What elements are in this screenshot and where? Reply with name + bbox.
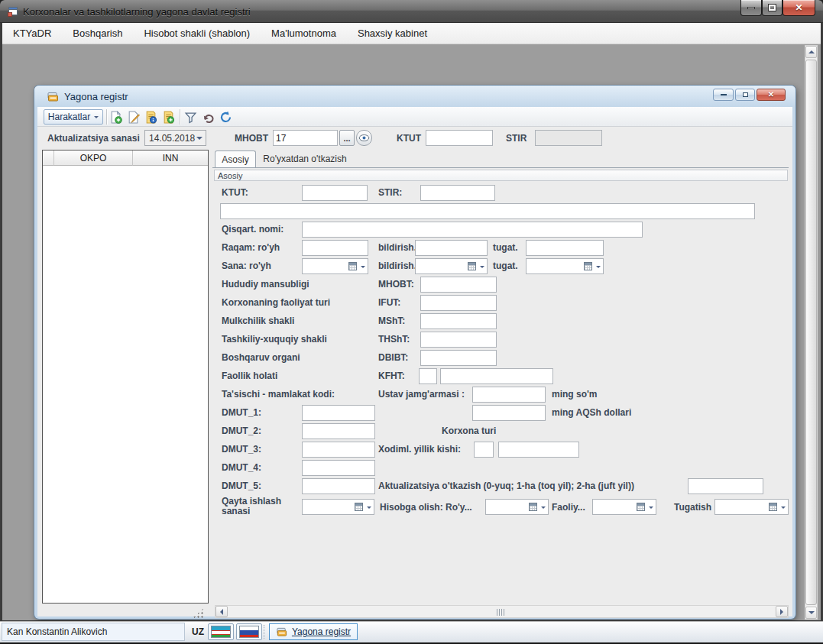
russian-language-button[interactable] bbox=[236, 623, 262, 640]
harakatlar-label: Harakatlar bbox=[48, 112, 90, 122]
mhobt-browse-button[interactable]: ... bbox=[339, 130, 355, 146]
raqam-tugat-input[interactable] bbox=[526, 240, 604, 256]
menu-malumotnoma[interactable]: Ma'lumotnoma bbox=[261, 23, 347, 44]
qayta-ishlash-datepicker[interactable] bbox=[302, 499, 374, 515]
faoliyat-turi-label: Korxonaning faoliyat turi bbox=[222, 297, 330, 308]
chevron-down-icon bbox=[94, 116, 99, 121]
restore-icon bbox=[743, 92, 748, 97]
tashkiliy-label: Tashkiliy-xuquqiy shakli bbox=[222, 334, 327, 345]
boshqaruv-label: Boshqaruv organi bbox=[222, 352, 300, 363]
new-record-button[interactable] bbox=[108, 109, 124, 125]
language-label: UZ bbox=[192, 626, 204, 637]
calendar-icon bbox=[529, 503, 537, 511]
ustav-label: Ustav jamg'armasi : bbox=[378, 389, 465, 400]
faoliy-datepicker[interactable] bbox=[592, 499, 656, 515]
close-button[interactable]: ✕ bbox=[782, 0, 815, 16]
minimize-icon bbox=[747, 7, 755, 9]
uzbek-language-button[interactable] bbox=[208, 623, 234, 640]
dmut2-label: DMUT_2: bbox=[222, 426, 261, 436]
aktualizatsiya-date-combo[interactable]: 14.05.2018 bbox=[144, 130, 206, 146]
ktut-input[interactable] bbox=[302, 185, 368, 201]
tugatish-label: Tugatish bbox=[674, 502, 711, 513]
child-window-title: Yagona registr bbox=[64, 91, 128, 102]
sana-bildirish-datepicker[interactable] bbox=[415, 258, 488, 274]
sana-royh-datepicker[interactable] bbox=[302, 258, 368, 274]
dmut3-label: DMUT_3: bbox=[222, 444, 261, 455]
sana-tugat-datepicker[interactable] bbox=[526, 258, 604, 274]
undo-button[interactable] bbox=[200, 109, 216, 125]
xodiml-value-input[interactable] bbox=[498, 442, 579, 458]
scroll-left-button[interactable] bbox=[215, 606, 228, 617]
raqam-royh-input[interactable] bbox=[302, 240, 368, 256]
tab-asosiy[interactable]: Asosiy bbox=[215, 150, 256, 167]
hisobga-olish-datepicker[interactable] bbox=[485, 499, 549, 515]
dmut1-input[interactable] bbox=[302, 405, 375, 421]
minimize-button[interactable] bbox=[740, 0, 762, 16]
ustav-som-input[interactable] bbox=[472, 387, 546, 403]
raqam-bildirish-label: bildirish. bbox=[378, 242, 416, 253]
tab-royxatdan-otkazish[interactable]: Ro'yxatdan o'tkazish bbox=[258, 150, 352, 167]
filter-button[interactable] bbox=[183, 109, 199, 125]
dmut4-input[interactable] bbox=[302, 460, 375, 476]
filter-icon bbox=[184, 111, 197, 124]
msht-input[interactable] bbox=[420, 313, 497, 329]
grid-header: OKPO INN bbox=[43, 150, 208, 166]
aktual-otkazish-input[interactable] bbox=[688, 478, 763, 494]
mhobt-header-input[interactable] bbox=[273, 130, 338, 146]
kfht-code-input[interactable] bbox=[419, 368, 437, 384]
form-horizontal-scrollbar[interactable] bbox=[215, 605, 789, 618]
mhobt-view-button[interactable] bbox=[356, 130, 372, 146]
column-header-inn[interactable]: INN bbox=[133, 150, 208, 166]
kfht-name-input[interactable] bbox=[440, 368, 553, 384]
qisqart-nomi-input[interactable] bbox=[302, 222, 643, 238]
close-icon: ✕ bbox=[768, 91, 774, 99]
tugatish-datepicker[interactable] bbox=[714, 499, 789, 515]
refresh-button[interactable] bbox=[218, 109, 234, 125]
dbibt-input[interactable] bbox=[420, 350, 497, 366]
child-close-button[interactable]: ✕ bbox=[757, 89, 786, 101]
arrow-right-icon bbox=[780, 609, 786, 615]
document-add-button[interactable] bbox=[160, 109, 177, 125]
menu-ktyadr[interactable]: KTYaDR bbox=[2, 23, 62, 44]
stir-input[interactable] bbox=[420, 185, 495, 201]
scroll-up-button[interactable] bbox=[805, 46, 817, 58]
scroll-down-button[interactable] bbox=[805, 607, 817, 619]
russia-flag-icon bbox=[239, 626, 259, 638]
results-grid[interactable]: OKPO INN bbox=[42, 150, 209, 604]
full-name-input[interactable] bbox=[220, 203, 755, 219]
mdi-scrollbar-thumb[interactable] bbox=[805, 60, 817, 605]
ktut-header-input[interactable] bbox=[426, 130, 493, 146]
faollik-label: Faollik holati bbox=[222, 371, 277, 381]
raqam-royh-label: Raqam: ro'yh bbox=[222, 242, 280, 253]
ifut-input[interactable] bbox=[420, 295, 497, 311]
xodiml-code-input[interactable] bbox=[474, 442, 494, 458]
raqam-tugat-label: tugat. bbox=[493, 242, 518, 253]
ustav-usd-input[interactable] bbox=[472, 405, 546, 421]
dmut2-input[interactable] bbox=[302, 423, 375, 439]
column-header-okpo[interactable]: OKPO bbox=[54, 150, 133, 166]
thsht-label: THShT: bbox=[378, 334, 410, 345]
dmut3-input[interactable] bbox=[302, 442, 375, 458]
stir-header-input[interactable] bbox=[535, 130, 602, 146]
registry-icon bbox=[47, 91, 59, 103]
aktualizatsiya-sanasi-label: Aktualizatsiya sanasi bbox=[47, 133, 140, 144]
dmut5-input[interactable] bbox=[302, 478, 375, 494]
chevron-down-icon bbox=[480, 266, 484, 270]
document-info-button[interactable] bbox=[143, 109, 159, 125]
raqam-bildirish-input[interactable] bbox=[415, 240, 488, 256]
scroll-right-button[interactable] bbox=[776, 606, 788, 617]
child-minimize-button[interactable] bbox=[713, 89, 734, 101]
menu-hisobot-shakli[interactable]: Hisobot shakli (shablon) bbox=[133, 23, 261, 44]
yagona-registr-task-button[interactable]: Yagona registr bbox=[269, 623, 358, 640]
maximize-button[interactable] bbox=[762, 0, 782, 16]
thsht-input[interactable] bbox=[420, 332, 497, 348]
menu-shaxsiy-kabinet[interactable]: Shaxsiy kabinet bbox=[347, 23, 438, 44]
child-restore-button[interactable] bbox=[735, 89, 755, 101]
edit-record-button[interactable] bbox=[125, 109, 141, 125]
harakatlar-menu-button[interactable]: Harakatlar bbox=[44, 109, 103, 125]
mhobt-input[interactable] bbox=[420, 277, 497, 293]
menu-boshqarish[interactable]: Boshqarish bbox=[62, 23, 133, 44]
calendar-icon bbox=[584, 262, 592, 270]
faoliy-label: Faoliy... bbox=[552, 502, 585, 513]
scrollbar-grip[interactable] bbox=[497, 609, 505, 616]
